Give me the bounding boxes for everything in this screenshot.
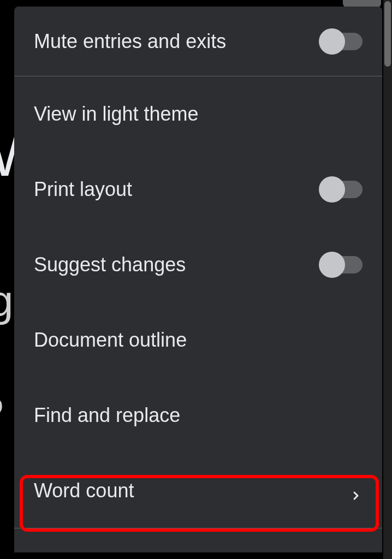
chevron-right-icon: [349, 484, 363, 497]
menu-label-find-replace: Find and replace: [34, 404, 363, 427]
menu-item-word-count[interactable]: Word count: [14, 453, 382, 528]
menu-label-print-layout: Print layout: [34, 178, 320, 201]
menu-item-document-outline[interactable]: Document outline: [14, 302, 382, 378]
toggle-print-layout[interactable]: [320, 181, 363, 198]
menu-item-print-layout[interactable]: Print layout: [14, 152, 382, 227]
menu-item-suggest-changes[interactable]: Suggest changes: [14, 227, 382, 302]
menu-item-mute-entries[interactable]: Mute entries and exits: [14, 7, 382, 76]
menu-label-suggest-changes: Suggest changes: [34, 253, 320, 276]
menu-item-find-replace[interactable]: Find and replace: [14, 378, 382, 453]
menu-label-light-theme: View in light theme: [34, 103, 363, 126]
menu-label-mute: Mute entries and exits: [34, 30, 320, 53]
scrollbar[interactable]: [383, 0, 392, 559]
scrollbar-thumb[interactable]: [384, 1, 391, 67]
toggle-knob: [319, 176, 345, 203]
menu-label-document-outline: Document outline: [34, 329, 363, 352]
menu-label-word-count: Word count: [34, 479, 349, 502]
options-menu-panel: Mute entries and exits View in light the…: [14, 7, 382, 552]
toggle-mute-entries[interactable]: [320, 33, 363, 50]
toggle-knob: [319, 252, 345, 278]
toggle-knob: [319, 28, 345, 55]
menu-item-light-theme[interactable]: View in light theme: [14, 76, 382, 152]
toggle-suggest-changes[interactable]: [320, 256, 363, 273]
